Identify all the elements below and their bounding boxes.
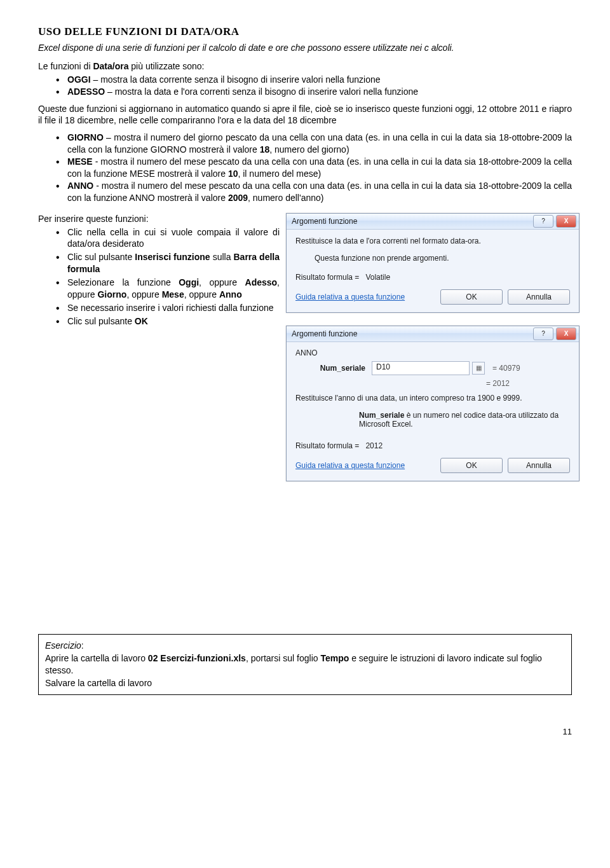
page-number: 11 bbox=[0, 708, 610, 736]
insert-lead: Per inserire queste funzioni: bbox=[38, 213, 280, 225]
func-oggi-desc: – mostra la data corrente senza il bisog… bbox=[91, 74, 381, 85]
func-mese-val: 10 bbox=[228, 169, 238, 179]
list-item: OGGI – mostra la data corrente senza il … bbox=[67, 74, 572, 86]
step5-a: Clic sul pulsante bbox=[67, 316, 135, 326]
result-label: Risultato formula = bbox=[295, 273, 359, 282]
list-item: ANNO - mostra il numero del mese pescato… bbox=[67, 180, 572, 204]
dialog-subdesc: Questa funzione non prende argomenti. bbox=[315, 254, 570, 263]
step2-b: Inserisci funzione bbox=[135, 252, 210, 262]
lead-paragraph: Le funzioni di Data/ora più utilizzate s… bbox=[38, 60, 572, 72]
func-mese-name: MESE bbox=[67, 156, 93, 167]
exercise-line1c: , portarsi sul foglio bbox=[246, 653, 321, 663]
func-anno-name: ANNO bbox=[67, 181, 93, 191]
arg-input[interactable]: D10 bbox=[372, 361, 470, 375]
close-button[interactable]: X bbox=[556, 327, 576, 340]
page-title: USO DELLE FUNZIONI DI DATA/ORA bbox=[38, 25, 572, 38]
step3-g: , oppure bbox=[126, 289, 161, 300]
step3-adesso: Adesso bbox=[245, 277, 278, 287]
func-mese-t2: , il numero del mese) bbox=[238, 169, 321, 179]
arg-desc-row: Num_seriale è un numero nel codice data-… bbox=[359, 411, 570, 429]
func-adesso-name: ADESSO bbox=[67, 86, 105, 97]
arg-eq: = 40979 bbox=[492, 364, 520, 373]
intro-text: Excel dispone di una serie di funzioni p… bbox=[38, 42, 572, 54]
step3-oggi: Oggi bbox=[179, 277, 199, 287]
func-anno-t2: , numero dell'anno) bbox=[248, 193, 323, 203]
result-row: Risultato formula = Volatile bbox=[295, 273, 570, 282]
result-value: Volatile bbox=[365, 273, 390, 282]
func-anno-val: 2009 bbox=[228, 193, 248, 203]
help-link[interactable]: Guida relativa a questa funzione bbox=[295, 293, 405, 301]
arg-desc-name: Num_seriale bbox=[359, 411, 404, 420]
exercise-line2: Salvare la cartella di lavoro bbox=[45, 678, 152, 688]
cancel-button[interactable]: Annulla bbox=[508, 289, 570, 305]
ok-button[interactable]: OK bbox=[440, 289, 503, 305]
range-picker-icon[interactable]: ▦ bbox=[472, 362, 485, 375]
dialog-desc: Restituisce la data e l'ora correnti nel… bbox=[295, 236, 570, 246]
step3-anno: Anno bbox=[219, 289, 242, 300]
dialog-title: Argomenti funzione bbox=[292, 217, 531, 226]
list-item: Selezionare la funzione Oggi, oppure Ade… bbox=[67, 277, 280, 301]
dialog-titlebar: Argomenti funzione ? X bbox=[287, 214, 579, 230]
result-eq: = 2012 bbox=[295, 379, 570, 388]
list-item: Se necessario inserire i valori richiest… bbox=[67, 302, 280, 314]
result-value: 2012 bbox=[365, 441, 383, 450]
step2-a: Clic sul pulsante bbox=[67, 252, 135, 262]
step5-ok: OK bbox=[135, 316, 148, 326]
function-list-2: GIORNO – mostra il numero del giorno pes… bbox=[38, 132, 572, 203]
dialog-title: Argomenti funzione bbox=[292, 329, 531, 338]
step3-i: , oppure bbox=[184, 289, 219, 300]
lead-text-a: Le funzioni di bbox=[38, 61, 93, 71]
result-row: Risultato formula = 2012 bbox=[295, 441, 570, 450]
func-adesso-desc: – mostra la data e l'ora correnti senza … bbox=[105, 86, 418, 97]
help-button[interactable]: ? bbox=[533, 327, 553, 340]
help-button[interactable]: ? bbox=[533, 215, 553, 228]
list-item: Clic nella cella in cui si vuole compaia… bbox=[67, 226, 280, 251]
dialog-func-name: ANNO bbox=[295, 348, 570, 357]
exercise-line1a: Aprire la cartella di lavoro bbox=[45, 653, 148, 663]
dialog-titlebar: Argomenti funzione ? X bbox=[287, 326, 579, 342]
list-item: ADESSO – mostra la data e l'ora correnti… bbox=[67, 86, 572, 98]
dialog-arguments-anno: Argomenti funzione ? X ANNO Num_seriale … bbox=[286, 326, 580, 481]
exercise-label: Esercizio bbox=[45, 640, 81, 651]
step3-giorno: Giorno bbox=[97, 289, 126, 300]
func-giorno-name: GIORNO bbox=[67, 132, 104, 142]
step3-c: , oppure bbox=[199, 277, 245, 287]
list-item: Clic sul pulsante OK bbox=[67, 315, 280, 327]
step3-mese: Mese bbox=[162, 289, 184, 300]
list-item: MESE - mostra il numero del mese pescato… bbox=[67, 156, 572, 180]
function-list-1: OGGI – mostra la data corrente senza il … bbox=[38, 74, 572, 98]
after-list-note: Queste due funzioni si aggiornano in aut… bbox=[38, 103, 572, 127]
arg-name: Num_seriale bbox=[295, 364, 369, 373]
cancel-button[interactable]: Annulla bbox=[508, 458, 570, 473]
func-giorno-val: 18 bbox=[260, 144, 270, 155]
lead-bold: Data/ora bbox=[93, 61, 128, 71]
step2-c: sulla bbox=[210, 252, 234, 262]
list-item: GIORNO – mostra il numero del giorno pes… bbox=[67, 132, 572, 156]
dialog-desc: Restituisce l'anno di una data, un inter… bbox=[295, 393, 570, 403]
exercise-box: Esercizio: Aprire la cartella di lavoro … bbox=[38, 634, 572, 695]
close-button[interactable]: X bbox=[556, 215, 576, 228]
func-giorno-t2: , numero del giorno) bbox=[269, 144, 349, 155]
exercise-sheet: Tempo bbox=[320, 653, 349, 663]
func-oggi-name: OGGI bbox=[67, 74, 91, 85]
help-link[interactable]: Guida relativa a questa funzione bbox=[295, 461, 405, 470]
step3-a: Selezionare la funzione bbox=[67, 277, 179, 287]
insert-steps: Clic nella cella in cui si vuole compaia… bbox=[38, 226, 280, 327]
exercise-colon: : bbox=[81, 640, 84, 651]
ok-button[interactable]: OK bbox=[440, 458, 503, 473]
list-item: Clic sul pulsante Inserisci funzione sul… bbox=[67, 251, 280, 275]
result-label: Risultato formula = bbox=[295, 441, 359, 450]
lead-text-c: più utilizzate sono: bbox=[128, 61, 204, 71]
exercise-file: 02 Esercizi-funzioni.xls bbox=[148, 653, 246, 663]
dialog-arguments-now: Argomenti funzione ? X Restituisce la da… bbox=[286, 213, 580, 313]
